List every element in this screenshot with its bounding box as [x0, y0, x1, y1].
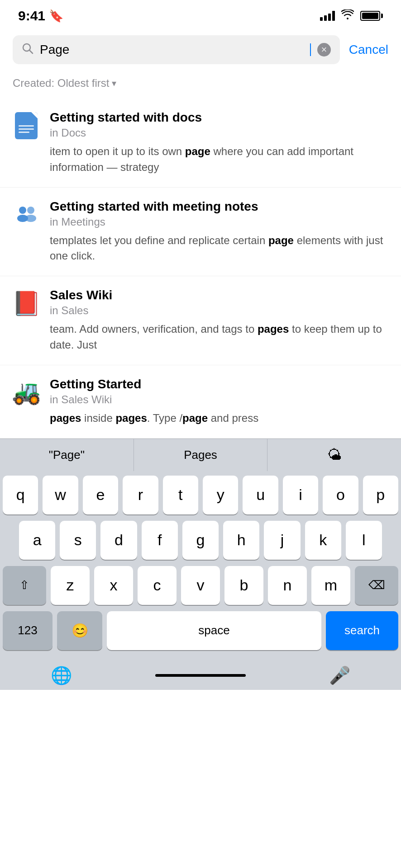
- key-i[interactable]: i: [283, 476, 318, 514]
- list-item[interactable]: 📕 Sales Wiki in Sales team. Add owners, …: [0, 276, 401, 365]
- result-content: Getting Started in Sales Wiki pages insi…: [50, 377, 388, 426]
- key-x[interactable]: x: [94, 566, 133, 605]
- results-list: Getting started with docs in Docs item t…: [0, 99, 401, 439]
- key-p[interactable]: p: [363, 476, 398, 514]
- result-content: Getting started with docs in Docs item t…: [50, 110, 388, 175]
- keyboard: q w e r t y u i o p a s d f g h j k l ⇧ …: [0, 471, 401, 658]
- search-bar[interactable]: Page: [13, 35, 340, 64]
- search-clear-button[interactable]: [317, 43, 331, 57]
- space-key[interactable]: space: [107, 611, 321, 650]
- key-b[interactable]: b: [224, 566, 263, 605]
- list-item[interactable]: Getting started with meeting notes in Me…: [0, 188, 401, 277]
- key-n[interactable]: n: [268, 566, 307, 605]
- key-y[interactable]: y: [203, 476, 238, 514]
- suggestion-label: Pages: [184, 448, 217, 462]
- globe-icon[interactable]: 🌐: [51, 665, 72, 685]
- suggestion-quoted-page[interactable]: "Page": [0, 439, 134, 471]
- meeting-icon: [13, 201, 40, 228]
- weather-emoji-icon: 🌤: [327, 447, 342, 463]
- search-icon: [22, 42, 33, 57]
- shift-key[interactable]: ⇧: [3, 566, 46, 605]
- key-u[interactable]: u: [243, 476, 278, 514]
- key-k[interactable]: k: [305, 521, 341, 560]
- result-location: in Docs: [50, 127, 388, 139]
- keyboard-row-2: a s d f g h j k l: [3, 521, 398, 560]
- result-title: Getting Started: [50, 377, 388, 392]
- suggestion-emoji[interactable]: 🌤: [267, 439, 401, 471]
- key-a[interactable]: a: [19, 521, 55, 560]
- key-v[interactable]: v: [181, 566, 220, 605]
- key-e[interactable]: e: [83, 476, 118, 514]
- key-s[interactable]: s: [60, 521, 96, 560]
- bookmark-icon: 🔖: [49, 9, 63, 23]
- keyboard-row-3: ⇧ z x c v b n m ⌫: [3, 566, 398, 605]
- result-content: Getting started with meeting notes in Me…: [50, 199, 388, 264]
- key-m[interactable]: m: [311, 566, 350, 605]
- svg-point-2: [19, 207, 26, 214]
- cursor: [310, 43, 311, 56]
- key-w[interactable]: w: [43, 476, 78, 514]
- result-snippet: item to open it up to its own page where…: [50, 144, 388, 175]
- cancel-button[interactable]: Cancel: [349, 42, 388, 57]
- filter-label: Created: Oldest first: [13, 77, 109, 90]
- result-location: in Sales: [50, 304, 388, 317]
- status-bar: 9:41 🔖: [0, 0, 401, 28]
- microphone-icon[interactable]: 🎤: [329, 665, 350, 685]
- list-item[interactable]: Getting started with docs in Docs item t…: [0, 99, 401, 188]
- key-t[interactable]: t: [163, 476, 198, 514]
- result-snippet: pages inside pages. Type /page and press: [50, 410, 388, 426]
- result-location: in Meetings: [50, 216, 388, 228]
- keyboard-suggestions: "Page" Pages 🌤: [0, 439, 401, 471]
- home-indicator: [155, 674, 246, 677]
- result-title: Getting started with meeting notes: [50, 199, 388, 214]
- doc-icon: [13, 112, 40, 139]
- result-content: Sales Wiki in Sales team. Add owners, ve…: [50, 288, 388, 353]
- wifi-icon: [341, 9, 354, 22]
- filter-row[interactable]: Created: Oldest first ▾: [0, 73, 401, 99]
- key-f[interactable]: f: [142, 521, 178, 560]
- key-j[interactable]: j: [264, 521, 300, 560]
- key-r[interactable]: r: [123, 476, 158, 514]
- battery-icon: [360, 11, 383, 21]
- search-input[interactable]: Page: [40, 42, 303, 57]
- keyboard-row-4: 123 😊 space search: [3, 611, 398, 650]
- keyboard-bottom: 🌐 🎤: [0, 658, 401, 690]
- suggestion-pages[interactable]: Pages: [134, 439, 268, 471]
- key-d[interactable]: d: [100, 521, 137, 560]
- result-location: in Sales Wiki: [50, 393, 388, 406]
- emoji-icon: 🚜: [13, 379, 40, 406]
- key-q[interactable]: q: [3, 476, 38, 514]
- keyboard-row-1: q w e r t y u i o p: [3, 476, 398, 514]
- search-container: Page Cancel: [0, 28, 401, 73]
- list-item[interactable]: 🚜 Getting Started in Sales Wiki pages in…: [0, 365, 401, 439]
- signal-strength-icon: [320, 11, 335, 21]
- key-o[interactable]: o: [323, 476, 358, 514]
- status-time: 9:41: [18, 8, 45, 24]
- result-title: Sales Wiki: [50, 288, 388, 302]
- key-z[interactable]: z: [51, 566, 90, 605]
- result-snippet: team. Add owners, verification, and tags…: [50, 321, 388, 353]
- result-title: Getting started with docs: [50, 110, 388, 125]
- status-icons: [320, 9, 383, 22]
- key-l[interactable]: l: [346, 521, 382, 560]
- delete-key[interactable]: ⌫: [355, 566, 398, 605]
- key-g[interactable]: g: [182, 521, 219, 560]
- emoji-icon: 📕: [13, 290, 40, 317]
- svg-point-4: [27, 207, 34, 214]
- svg-line-1: [29, 50, 33, 53]
- svg-point-5: [25, 215, 36, 222]
- numbers-key[interactable]: 123: [3, 611, 53, 650]
- search-key[interactable]: search: [326, 611, 398, 650]
- key-c[interactable]: c: [138, 566, 177, 605]
- suggestion-label: "Page": [49, 448, 85, 462]
- result-snippet: templates let you define and replicate c…: [50, 233, 388, 264]
- emoji-key[interactable]: 😊: [57, 611, 102, 650]
- key-h[interactable]: h: [223, 521, 259, 560]
- chevron-down-icon: ▾: [112, 78, 116, 89]
